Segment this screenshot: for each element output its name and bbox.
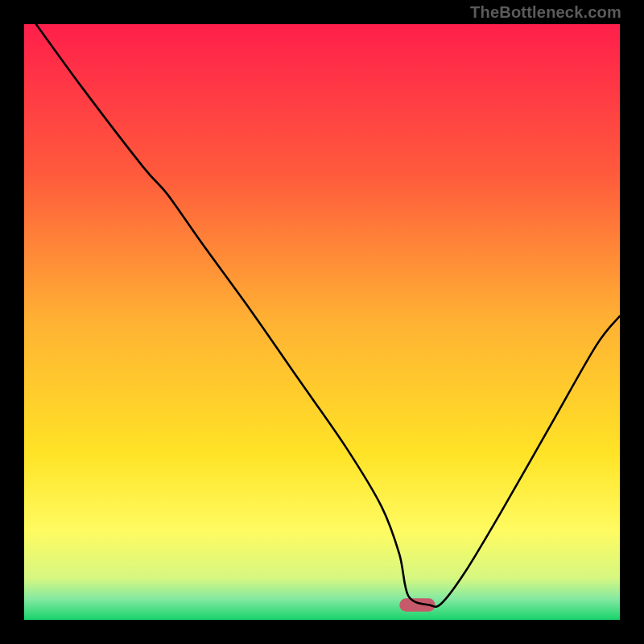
bottleneck-plot — [24, 24, 620, 620]
gradient-background — [24, 24, 620, 620]
chart-container: TheBottleneck.com — [0, 0, 644, 644]
watermark-text: TheBottleneck.com — [470, 3, 621, 22]
